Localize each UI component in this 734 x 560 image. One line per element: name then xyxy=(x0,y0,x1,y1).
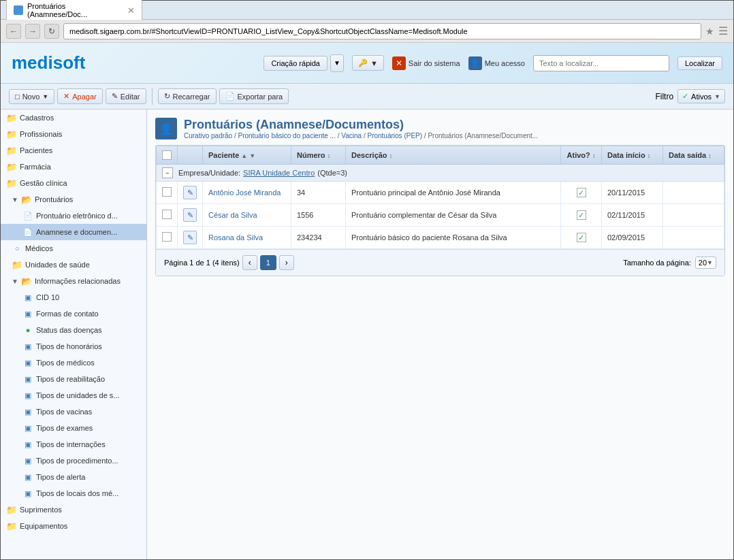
sidebar-item-tipos-locais[interactable]: ▣ Tipos de locais dos mé... xyxy=(1,485,146,501)
col-header-paciente[interactable]: Paciente ▲ ▼ xyxy=(203,146,291,165)
quick-create-button[interactable]: Criação rápida xyxy=(264,56,328,71)
sidebar-item-informacoes[interactable]: ▼ 📂 Informações relacionadas xyxy=(1,273,146,289)
page-header: 👤 Prontuários (Anamnese/Documentos) Cura… xyxy=(155,118,725,139)
search-button[interactable]: Localizar xyxy=(677,56,722,70)
address-bar[interactable] xyxy=(63,23,701,39)
doc-icon: ▣ xyxy=(22,390,33,401)
breadcrumb-pep[interactable]: Prontuários (PEP) xyxy=(367,132,422,139)
export-button[interactable]: 📄 Exportar para xyxy=(219,88,289,104)
page-next-button[interactable]: › xyxy=(279,255,294,270)
sort-asc-icon[interactable]: ▲ xyxy=(241,152,247,159)
page-size-dropdown[interactable]: 20 ▼ xyxy=(695,257,716,269)
sidebar-item-farmacia[interactable]: 📁 Farmácia xyxy=(1,159,146,175)
sidebar-item-prontuarios[interactable]: ▼ 📂 Prontuários xyxy=(1,191,146,208)
sidebar-item-unidades[interactable]: 📁 Unidades de saúde xyxy=(1,257,146,273)
filter-check-icon: ✓ xyxy=(682,92,688,101)
col-header-data-inicio[interactable]: Data início ↕ xyxy=(602,146,663,165)
group-name-link[interactable]: SIRA Unidade Centro xyxy=(243,169,315,177)
edit-button-2[interactable]: ✎ xyxy=(183,208,197,222)
patient-link-1[interactable]: Antônio José Miranda xyxy=(208,188,281,197)
breadcrumb-basico[interactable]: Prontuário básico do paciente ... xyxy=(238,132,336,139)
quick-create-dropdown[interactable]: ▼ xyxy=(330,54,344,72)
sidebar-item-tipos-vacinas[interactable]: ▣ Tipos de vacinas xyxy=(1,403,146,420)
new-icon: □ xyxy=(15,93,20,101)
my-access-button[interactable]: 👤 Meu acesso xyxy=(468,56,525,70)
filter-dropdown[interactable]: ✓ Ativos ▼ xyxy=(677,89,725,103)
export-label: Exportar para xyxy=(238,93,283,101)
sidebar-item-pacientes[interactable]: 📁 Pacientes xyxy=(1,142,146,159)
data-table: Paciente ▲ ▼ Número ↕ Descrição xyxy=(156,146,724,249)
col-header-edit xyxy=(178,146,203,165)
sidebar-item-equipamentos[interactable]: 📁 Equipamentos xyxy=(1,518,146,534)
folder-icon: 📁 xyxy=(6,112,17,123)
row-data-saida-1 xyxy=(663,182,724,204)
col-header-numero[interactable]: Número ↕ xyxy=(291,146,346,165)
breadcrumb-vacina[interactable]: Vacina xyxy=(341,132,362,139)
col-header-ativo[interactable]: Ativo? ↕ xyxy=(561,146,602,165)
checkbox-1[interactable] xyxy=(162,187,172,197)
sidebar-item-gestao[interactable]: 📁 Gestão clínica xyxy=(1,175,146,191)
sidebar-item-prontuario-eletronico[interactable]: 📄 Prontuário eletrônico d... xyxy=(1,208,146,224)
page-current[interactable]: 1 xyxy=(260,255,276,270)
browser-tab[interactable]: Prontuários (Anamnese/Doc... ✕ xyxy=(6,0,142,21)
sort-desc-icon2[interactable]: ↕ xyxy=(389,152,393,159)
doc-icon: ▣ xyxy=(22,357,33,368)
header-checkbox[interactable] xyxy=(162,150,172,160)
breadcrumb-curativo[interactable]: Curativo padrão xyxy=(184,132,232,139)
group-row: − Empresa/Unidade: SIRA Unidade Centro (… xyxy=(157,165,724,182)
patient-link-3[interactable]: Rosana da Silva xyxy=(208,233,263,242)
sidebar-item-tipos-reabilitacao[interactable]: ▣ Tipos de reabilitação xyxy=(1,371,146,387)
sort-numero-icon[interactable]: ↕ xyxy=(328,152,331,159)
sidebar-item-tipos-honorarios[interactable]: ▣ Tipos de honorários xyxy=(1,338,146,355)
sidebar-item-cid10[interactable]: ▣ CID 10 xyxy=(1,289,146,306)
col-header-data-saida[interactable]: Data saída ↕ xyxy=(663,146,724,165)
sort-desc-icon[interactable]: ▼ xyxy=(249,152,255,159)
new-button[interactable]: □ Novo ▼ xyxy=(9,89,54,104)
sidebar-item-tipos-internacoes[interactable]: ▣ Tipos de internações xyxy=(1,436,146,452)
key-button[interactable]: 🔑 ▼ xyxy=(352,55,384,71)
row-active-2: ✓ xyxy=(561,204,602,227)
col-header-descricao[interactable]: Descrição ↕ xyxy=(346,146,561,165)
sidebar-item-status-doencas[interactable]: ● Status das doenças xyxy=(1,322,146,338)
edit-button[interactable]: ✎ Editar xyxy=(106,88,146,104)
folder-icon: 📁 xyxy=(6,161,17,172)
sort-data-saida-icon[interactable]: ↕ xyxy=(708,152,712,159)
patient-link-2[interactable]: César da Silva xyxy=(208,211,257,219)
sidebar-item-tipos-medicos[interactable]: ▣ Tipos de médicos xyxy=(1,355,146,371)
row-check-2 xyxy=(157,204,178,227)
group-expand-button[interactable]: − xyxy=(162,167,173,178)
sidebar-item-tipos-exames[interactable]: ▣ Tipos de exames xyxy=(1,420,146,436)
checkbox-3[interactable] xyxy=(162,232,172,242)
sidebar-item-tipos-alerta[interactable]: ▣ Tipos de alerta xyxy=(1,469,146,485)
sidebar-item-anamnese[interactable]: 📄 Anamnese e documen... xyxy=(1,224,146,240)
delete-button[interactable]: ✕ Apagar xyxy=(57,88,102,104)
bookmark-icon[interactable]: ★ xyxy=(705,26,714,37)
sidebar-item-tipos-unidades[interactable]: ▣ Tipos de unidades de s... xyxy=(1,387,146,403)
page-prev-button[interactable]: ‹ xyxy=(242,255,257,270)
back-button[interactable]: ← xyxy=(6,24,21,39)
forward-button[interactable]: → xyxy=(25,24,40,39)
check-mark-1: ✓ xyxy=(578,188,584,197)
exit-button[interactable]: ✕ Sair do sistema xyxy=(392,56,460,70)
table-row: ✎ Antônio José Miranda 34 Prontuário pri… xyxy=(157,182,724,204)
search-input[interactable] xyxy=(533,55,669,71)
reload-btn[interactable]: ↻ Recarregar xyxy=(158,88,217,104)
sort-ativo-icon[interactable]: ↕ xyxy=(592,152,596,159)
sidebar-label-gestao: Gestão clínica xyxy=(20,179,67,187)
sort-data-inicio-icon[interactable]: ↕ xyxy=(648,152,651,159)
sidebar-item-profissionais[interactable]: 📁 Profissionais xyxy=(1,126,146,142)
menu-icon[interactable]: ☰ xyxy=(718,24,728,37)
reload-label: Recarregar xyxy=(173,93,210,101)
checkbox-2[interactable] xyxy=(162,210,172,219)
col-label-descricao: Descrição xyxy=(351,151,387,159)
sidebar-item-tipos-procedimentos[interactable]: ▣ Tipos de procedimento... xyxy=(1,452,146,469)
tab-close-icon[interactable]: ✕ xyxy=(127,5,135,16)
sidebar-item-cadastros[interactable]: 📁 Cadastros xyxy=(1,110,146,126)
sidebar-item-formas-contato[interactable]: ▣ Formas de contato xyxy=(1,306,146,322)
reload-button[interactable]: ↻ xyxy=(44,24,59,39)
doc-icon: ▣ xyxy=(22,488,33,499)
edit-button-3[interactable]: ✎ xyxy=(183,231,197,244)
sidebar-item-medicos[interactable]: ○ Médicos xyxy=(1,240,146,257)
sidebar-item-suprimentos[interactable]: 📁 Suprimentos xyxy=(1,501,146,518)
edit-button-1[interactable]: ✎ xyxy=(183,186,197,199)
